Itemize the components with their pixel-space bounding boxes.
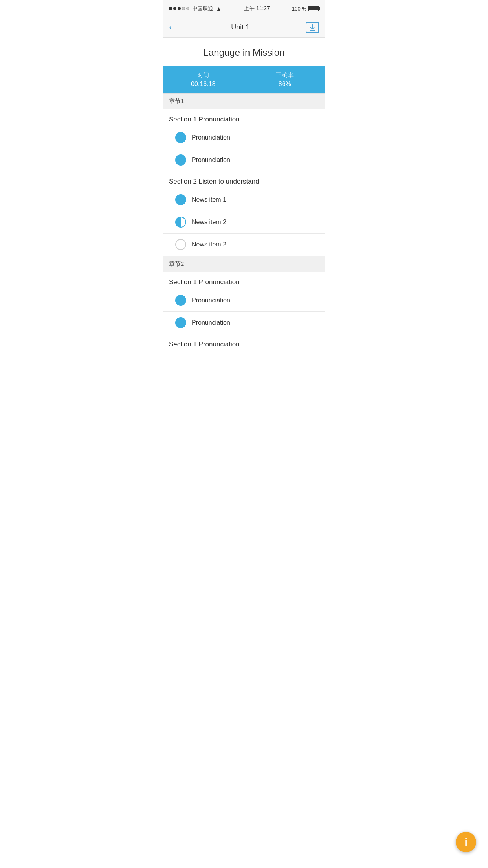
nav-bar: ‹ Unit 1 (163, 17, 325, 38)
circle-full-icon (175, 317, 186, 328)
status-left: 中国联通 ▲ (169, 5, 222, 12)
status-bar: 中国联通 ▲ 上午 11:27 100 % (163, 0, 325, 17)
circle-full-icon (175, 194, 186, 205)
time-stat-value: 00:16:18 (163, 81, 244, 88)
item-label: News item 1 (192, 196, 226, 203)
item-label: News item 2 (192, 219, 226, 226)
list-item[interactable]: Pronunciation (163, 312, 325, 334)
carrier-label: 中国联通 (193, 5, 213, 12)
circle-empty-icon (175, 239, 186, 250)
time-stat-label: 时间 (163, 72, 244, 79)
list-item[interactable]: News item 1 (163, 189, 325, 211)
list-item[interactable]: Pronunciation (163, 127, 325, 149)
wifi-icon: ▲ (216, 6, 222, 12)
download-button[interactable] (306, 22, 319, 33)
circle-full-icon (175, 154, 186, 166)
back-button[interactable]: ‹ (169, 21, 175, 34)
circle-full-icon (175, 132, 186, 143)
status-right: 100 % (292, 6, 319, 12)
list-item[interactable]: News item 2 (163, 211, 325, 234)
stats-bar: 时间 00:16:18 正确率 86% (163, 66, 325, 93)
item-label: Pronunciation (192, 134, 230, 141)
section-1-2-title: Section 2 Listen to understand (163, 171, 325, 189)
circle-half-icon (175, 217, 186, 228)
accuracy-stat: 正确率 86% (244, 72, 326, 88)
item-label: Pronunciation (192, 156, 230, 164)
section-2-2-title: Section 1 Pronunciation (163, 334, 325, 351)
chapter-2-header: 章节2 (163, 256, 325, 272)
accuracy-stat-value: 86% (244, 81, 326, 88)
battery-label: 100 % (292, 6, 306, 12)
section-1-1-title: Section 1 Pronunciation (163, 109, 325, 127)
signal-icon (169, 7, 189, 10)
list-item[interactable]: News item 2 (163, 234, 325, 256)
battery-icon (308, 6, 319, 11)
item-label: Pronunciation (192, 319, 230, 326)
circle-full-icon (175, 295, 186, 306)
download-icon (308, 24, 316, 31)
page-title: Languge in Mission (163, 38, 325, 66)
time-label: 上午 11:27 (244, 5, 270, 12)
accuracy-stat-label: 正确率 (244, 72, 326, 79)
section-2-1-title: Section 1 Pronunciation (163, 272, 325, 289)
list-item[interactable]: Pronunciation (163, 289, 325, 312)
item-label: Pronunciation (192, 297, 230, 304)
list-item[interactable]: Pronunciation (163, 149, 325, 171)
chapter-1-header: 章节1 (163, 93, 325, 109)
item-label: News item 2 (192, 241, 226, 248)
nav-title: Unit 1 (231, 23, 250, 31)
time-stat: 时间 00:16:18 (163, 72, 244, 88)
